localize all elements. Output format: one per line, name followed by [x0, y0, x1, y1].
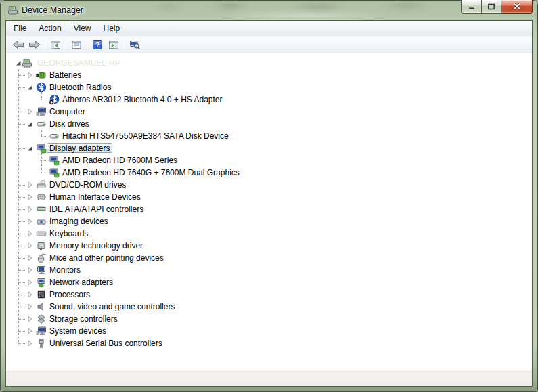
- scan-hardware-icon: [129, 39, 140, 50]
- minimize-button[interactable]: [461, 0, 482, 14]
- expander-expanded-icon[interactable]: [26, 83, 34, 91]
- maximize-button[interactable]: [482, 0, 501, 14]
- expander-collapsed-icon[interactable]: [26, 230, 34, 238]
- expander-collapsed-icon[interactable]: [26, 71, 34, 79]
- tree-item[interactable]: Keyboards: [6, 227, 532, 240]
- scan-hardware-changes-button[interactable]: [127, 37, 143, 52]
- tree-item-label: Bluetooth Radios: [47, 82, 114, 92]
- tree-item[interactable]: GEORGESAMUEL-HP: [6, 57, 532, 69]
- tree-connector-line: [41, 160, 47, 161]
- display-adapter-icon: [36, 143, 47, 154]
- tree-item[interactable]: Computer: [6, 106, 532, 118]
- tree-item[interactable]: Atheros AR3012 Bluetooth 4.0 + HS Adapte…: [6, 93, 532, 106]
- expander-collapsed-icon[interactable]: [26, 205, 34, 213]
- tree-item-label: Hitachi HTS547550A9E384 SATA Disk Device: [60, 131, 231, 141]
- tree-item[interactable]: Memory technology driver: [6, 240, 532, 252]
- tree-item[interactable]: Network adapters: [6, 276, 532, 288]
- tree-item[interactable]: IDE ATA/ATAPI controllers: [6, 203, 532, 215]
- forward-button[interactable]: [26, 37, 43, 52]
- maximize-icon: [487, 3, 495, 10]
- computer-root-icon: [22, 58, 32, 68]
- mouse-icon: [36, 253, 47, 263]
- tree-item-label: IDE ATA/ATAPI controllers: [47, 204, 146, 214]
- tree-item[interactable]: Processors: [6, 288, 532, 301]
- properties-button[interactable]: [68, 37, 85, 52]
- tree-item-label: Storage controllers: [47, 313, 120, 324]
- expander-expanded-icon[interactable]: [26, 120, 34, 128]
- toolbar: ?: [6, 36, 532, 53]
- expander-collapsed-icon[interactable]: [26, 108, 34, 116]
- disk-drive-icon: [49, 131, 60, 141]
- bluetooth-icon: [36, 82, 47, 93]
- tree-connector-line: [41, 92, 42, 100]
- tree-item[interactable]: System devices: [6, 325, 532, 337]
- expander-collapsed-icon[interactable]: [26, 181, 34, 189]
- tree-item-label: AMD Radeon HD 7600M Series: [60, 155, 180, 165]
- expander-collapsed-icon[interactable]: [26, 266, 34, 274]
- tree-connector-line: [18, 258, 25, 259]
- window-title: Device Manager: [22, 5, 83, 15]
- tree-item[interactable]: Sound, video and game controllers: [6, 301, 532, 313]
- svg-text:?: ?: [95, 41, 100, 49]
- tree-item[interactable]: Human Interface Devices: [6, 191, 532, 203]
- monitor-icon: [36, 265, 47, 276]
- tree-item[interactable]: Display adapters: [6, 142, 532, 154]
- tree-connector-line: [18, 343, 25, 344]
- device-manager-icon: [7, 5, 18, 16]
- tree-item-label: Mice and other pointing devices: [47, 253, 166, 263]
- tree-connector-line: [18, 124, 25, 125]
- memory-icon: [36, 240, 47, 251]
- show-console-tree-button[interactable]: [47, 37, 64, 52]
- menu-help[interactable]: Help: [97, 22, 127, 35]
- expander-collapsed-icon[interactable]: [26, 242, 34, 250]
- tree-connector-line: [18, 246, 25, 246]
- tree-item[interactable]: AMD Radeon HD 7600M Series: [6, 154, 532, 167]
- tree-connector-line: [18, 185, 25, 186]
- close-button[interactable]: [501, 0, 533, 14]
- tree-item[interactable]: Mice and other pointing devices: [6, 252, 532, 264]
- show-action-pane-button[interactable]: [106, 37, 122, 52]
- disk-drive-icon: [36, 118, 47, 129]
- tree-item[interactable]: Monitors: [6, 264, 532, 276]
- help-icon: ?: [92, 39, 103, 50]
- tree-item[interactable]: Storage controllers: [6, 313, 532, 325]
- tree-connector-line: [18, 197, 25, 198]
- tree-connector-line: [18, 331, 25, 332]
- help-button[interactable]: ?: [89, 37, 106, 52]
- expander-collapsed-icon[interactable]: [26, 193, 34, 201]
- tree-item-label: System devices: [47, 326, 109, 336]
- tree-item[interactable]: Imaging devices: [6, 215, 532, 227]
- expander-collapsed-icon[interactable]: [26, 254, 34, 262]
- computer-icon: [36, 106, 47, 117]
- back-button[interactable]: [10, 37, 26, 52]
- tree-connector-line: [18, 307, 25, 307]
- tree-connector-line: [18, 209, 25, 210]
- expander-collapsed-icon[interactable]: [26, 290, 34, 299]
- tree-item-label: Processors: [47, 289, 93, 299]
- expander-collapsed-icon[interactable]: [26, 315, 34, 323]
- expander-collapsed-icon[interactable]: [26, 278, 34, 286]
- tree-item-label: Human Interface Devices: [47, 192, 143, 202]
- expander-collapsed-icon[interactable]: [26, 339, 34, 347]
- tree-item[interactable]: Universal Serial Bus controllers: [6, 337, 532, 349]
- tree-item[interactable]: Hitachi HTS547550A9E384 SATA Disk Device: [6, 130, 532, 142]
- storage-controller-icon: [36, 313, 47, 324]
- tree-item-label: GEORGESAMUEL-HP: [35, 58, 123, 68]
- tree-item[interactable]: AMD Radeon HD 7640G + 7600M Dual Graphic…: [6, 167, 532, 179]
- tree-item-label: Monitors: [47, 265, 83, 275]
- menu-view[interactable]: View: [68, 22, 97, 35]
- tree-item[interactable]: Disk drives: [6, 118, 532, 130]
- tree-item[interactable]: DVD/CD-ROM drives: [6, 179, 532, 191]
- expander-collapsed-icon[interactable]: [26, 327, 34, 335]
- device-tree[interactable]: GEORGESAMUEL-HPBatteriesBluetooth Radios…: [6, 53, 532, 370]
- expander-expanded-icon[interactable]: [26, 144, 34, 152]
- menu-action[interactable]: Action: [32, 22, 67, 35]
- tree-item[interactable]: Bluetooth Radios: [6, 81, 532, 93]
- expander-collapsed-icon[interactable]: [26, 303, 34, 311]
- forward-arrow-icon: [28, 39, 41, 50]
- tree-item[interactable]: Batteries: [6, 69, 532, 81]
- titlebar[interactable]: Device Manager: [0, 0, 538, 20]
- tree-item-label: Display adapters: [47, 143, 112, 153]
- expander-collapsed-icon[interactable]: [26, 217, 34, 225]
- menu-file[interactable]: File: [7, 22, 32, 35]
